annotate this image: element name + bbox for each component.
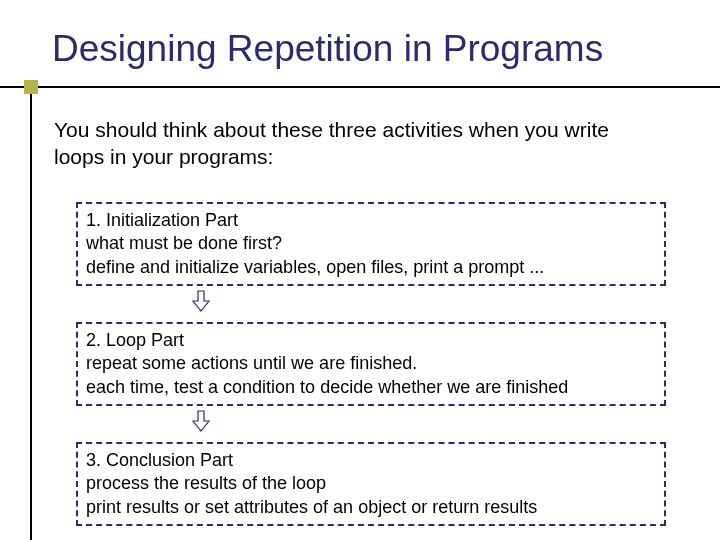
page-title: Designing Repetition in Programs [52, 28, 603, 70]
box-initialization: 1. Initialization Part what must be done… [76, 202, 666, 286]
box-conclusion: 3. Conclusion Part process the results o… [76, 442, 666, 526]
down-arrow-icon [192, 410, 210, 432]
box2-line2: repeat some actions until we are finishe… [86, 352, 656, 375]
intro-text: You should think about these three activ… [54, 116, 664, 171]
box2-line3: each time, test a condition to decide wh… [86, 376, 656, 399]
accent-square [24, 80, 38, 94]
box-loop: 2. Loop Part repeat some actions until w… [76, 322, 666, 406]
box3-line1: 3. Conclusion Part [86, 449, 656, 472]
title-underline [0, 86, 720, 88]
down-arrow-icon [192, 290, 210, 312]
box1-line3: define and initialize variables, open fi… [86, 256, 656, 279]
box2-line1: 2. Loop Part [86, 329, 656, 352]
box1-line2: what must be done first? [86, 232, 656, 255]
box3-line2: process the results of the loop [86, 472, 656, 495]
box3-line3: print results or set attributes of an ob… [86, 496, 656, 519]
box1-line1: 1. Initialization Part [86, 209, 656, 232]
vertical-rule [30, 86, 32, 540]
